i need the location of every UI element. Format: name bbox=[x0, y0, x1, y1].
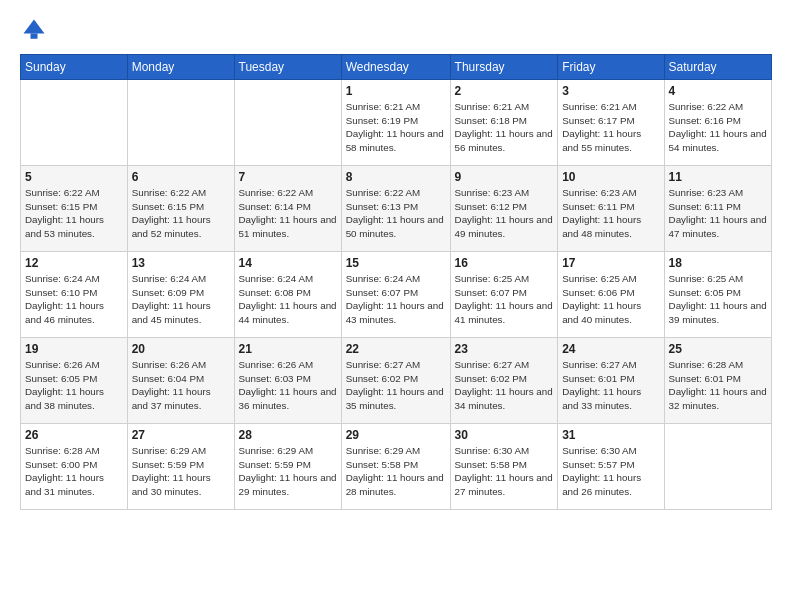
day-info: Sunrise: 6:27 AM Sunset: 6:01 PM Dayligh… bbox=[562, 358, 659, 413]
day-number: 1 bbox=[346, 84, 446, 98]
day-cell bbox=[664, 424, 771, 510]
day-header-monday: Monday bbox=[127, 55, 234, 80]
day-info: Sunrise: 6:25 AM Sunset: 6:06 PM Dayligh… bbox=[562, 272, 659, 327]
calendar: SundayMondayTuesdayWednesdayThursdayFrid… bbox=[20, 54, 772, 510]
day-number: 12 bbox=[25, 256, 123, 270]
day-header-thursday: Thursday bbox=[450, 55, 558, 80]
header bbox=[20, 16, 772, 44]
day-info: Sunrise: 6:24 AM Sunset: 6:10 PM Dayligh… bbox=[25, 272, 123, 327]
header-row: SundayMondayTuesdayWednesdayThursdayFrid… bbox=[21, 55, 772, 80]
day-cell: 6Sunrise: 6:22 AM Sunset: 6:15 PM Daylig… bbox=[127, 166, 234, 252]
day-number: 19 bbox=[25, 342, 123, 356]
day-number: 20 bbox=[132, 342, 230, 356]
logo-icon bbox=[20, 16, 48, 44]
day-cell: 27Sunrise: 6:29 AM Sunset: 5:59 PM Dayli… bbox=[127, 424, 234, 510]
day-info: Sunrise: 6:28 AM Sunset: 6:00 PM Dayligh… bbox=[25, 444, 123, 499]
day-number: 18 bbox=[669, 256, 767, 270]
day-cell: 17Sunrise: 6:25 AM Sunset: 6:06 PM Dayli… bbox=[558, 252, 664, 338]
day-info: Sunrise: 6:24 AM Sunset: 6:08 PM Dayligh… bbox=[239, 272, 337, 327]
day-cell: 11Sunrise: 6:23 AM Sunset: 6:11 PM Dayli… bbox=[664, 166, 771, 252]
day-cell: 5Sunrise: 6:22 AM Sunset: 6:15 PM Daylig… bbox=[21, 166, 128, 252]
day-cell: 2Sunrise: 6:21 AM Sunset: 6:18 PM Daylig… bbox=[450, 80, 558, 166]
calendar-header: SundayMondayTuesdayWednesdayThursdayFrid… bbox=[21, 55, 772, 80]
day-info: Sunrise: 6:30 AM Sunset: 5:57 PM Dayligh… bbox=[562, 444, 659, 499]
week-row-4: 26Sunrise: 6:28 AM Sunset: 6:00 PM Dayli… bbox=[21, 424, 772, 510]
day-cell: 19Sunrise: 6:26 AM Sunset: 6:05 PM Dayli… bbox=[21, 338, 128, 424]
day-number: 11 bbox=[669, 170, 767, 184]
day-info: Sunrise: 6:22 AM Sunset: 6:13 PM Dayligh… bbox=[346, 186, 446, 241]
day-number: 17 bbox=[562, 256, 659, 270]
day-info: Sunrise: 6:30 AM Sunset: 5:58 PM Dayligh… bbox=[455, 444, 554, 499]
day-cell: 12Sunrise: 6:24 AM Sunset: 6:10 PM Dayli… bbox=[21, 252, 128, 338]
day-cell: 15Sunrise: 6:24 AM Sunset: 6:07 PM Dayli… bbox=[341, 252, 450, 338]
day-cell: 29Sunrise: 6:29 AM Sunset: 5:58 PM Dayli… bbox=[341, 424, 450, 510]
day-number: 23 bbox=[455, 342, 554, 356]
day-number: 14 bbox=[239, 256, 337, 270]
day-info: Sunrise: 6:25 AM Sunset: 6:05 PM Dayligh… bbox=[669, 272, 767, 327]
day-number: 25 bbox=[669, 342, 767, 356]
day-cell: 26Sunrise: 6:28 AM Sunset: 6:00 PM Dayli… bbox=[21, 424, 128, 510]
day-info: Sunrise: 6:26 AM Sunset: 6:05 PM Dayligh… bbox=[25, 358, 123, 413]
day-cell: 13Sunrise: 6:24 AM Sunset: 6:09 PM Dayli… bbox=[127, 252, 234, 338]
day-cell: 21Sunrise: 6:26 AM Sunset: 6:03 PM Dayli… bbox=[234, 338, 341, 424]
day-number: 6 bbox=[132, 170, 230, 184]
day-header-wednesday: Wednesday bbox=[341, 55, 450, 80]
svg-rect-1 bbox=[31, 34, 38, 39]
day-number: 3 bbox=[562, 84, 659, 98]
day-cell: 7Sunrise: 6:22 AM Sunset: 6:14 PM Daylig… bbox=[234, 166, 341, 252]
day-cell: 9Sunrise: 6:23 AM Sunset: 6:12 PM Daylig… bbox=[450, 166, 558, 252]
week-row-0: 1Sunrise: 6:21 AM Sunset: 6:19 PM Daylig… bbox=[21, 80, 772, 166]
day-info: Sunrise: 6:26 AM Sunset: 6:04 PM Dayligh… bbox=[132, 358, 230, 413]
day-cell: 30Sunrise: 6:30 AM Sunset: 5:58 PM Dayli… bbox=[450, 424, 558, 510]
day-number: 27 bbox=[132, 428, 230, 442]
day-info: Sunrise: 6:29 AM Sunset: 5:58 PM Dayligh… bbox=[346, 444, 446, 499]
day-number: 21 bbox=[239, 342, 337, 356]
day-cell bbox=[21, 80, 128, 166]
day-number: 28 bbox=[239, 428, 337, 442]
svg-marker-0 bbox=[24, 20, 45, 34]
page: SundayMondayTuesdayWednesdayThursdayFrid… bbox=[0, 0, 792, 612]
day-header-tuesday: Tuesday bbox=[234, 55, 341, 80]
day-header-sunday: Sunday bbox=[21, 55, 128, 80]
day-number: 13 bbox=[132, 256, 230, 270]
day-cell: 20Sunrise: 6:26 AM Sunset: 6:04 PM Dayli… bbox=[127, 338, 234, 424]
day-info: Sunrise: 6:22 AM Sunset: 6:16 PM Dayligh… bbox=[669, 100, 767, 155]
day-number: 10 bbox=[562, 170, 659, 184]
day-number: 8 bbox=[346, 170, 446, 184]
day-cell bbox=[127, 80, 234, 166]
week-row-2: 12Sunrise: 6:24 AM Sunset: 6:10 PM Dayli… bbox=[21, 252, 772, 338]
week-row-1: 5Sunrise: 6:22 AM Sunset: 6:15 PM Daylig… bbox=[21, 166, 772, 252]
day-number: 29 bbox=[346, 428, 446, 442]
day-cell: 28Sunrise: 6:29 AM Sunset: 5:59 PM Dayli… bbox=[234, 424, 341, 510]
day-info: Sunrise: 6:21 AM Sunset: 6:17 PM Dayligh… bbox=[562, 100, 659, 155]
day-cell: 23Sunrise: 6:27 AM Sunset: 6:02 PM Dayli… bbox=[450, 338, 558, 424]
day-cell: 10Sunrise: 6:23 AM Sunset: 6:11 PM Dayli… bbox=[558, 166, 664, 252]
day-cell: 24Sunrise: 6:27 AM Sunset: 6:01 PM Dayli… bbox=[558, 338, 664, 424]
day-number: 31 bbox=[562, 428, 659, 442]
day-info: Sunrise: 6:27 AM Sunset: 6:02 PM Dayligh… bbox=[346, 358, 446, 413]
day-cell: 14Sunrise: 6:24 AM Sunset: 6:08 PM Dayli… bbox=[234, 252, 341, 338]
day-number: 24 bbox=[562, 342, 659, 356]
day-info: Sunrise: 6:21 AM Sunset: 6:18 PM Dayligh… bbox=[455, 100, 554, 155]
day-info: Sunrise: 6:29 AM Sunset: 5:59 PM Dayligh… bbox=[132, 444, 230, 499]
day-cell: 16Sunrise: 6:25 AM Sunset: 6:07 PM Dayli… bbox=[450, 252, 558, 338]
day-info: Sunrise: 6:25 AM Sunset: 6:07 PM Dayligh… bbox=[455, 272, 554, 327]
week-row-3: 19Sunrise: 6:26 AM Sunset: 6:05 PM Dayli… bbox=[21, 338, 772, 424]
day-cell: 3Sunrise: 6:21 AM Sunset: 6:17 PM Daylig… bbox=[558, 80, 664, 166]
day-info: Sunrise: 6:27 AM Sunset: 6:02 PM Dayligh… bbox=[455, 358, 554, 413]
day-info: Sunrise: 6:23 AM Sunset: 6:11 PM Dayligh… bbox=[562, 186, 659, 241]
day-number: 4 bbox=[669, 84, 767, 98]
day-number: 5 bbox=[25, 170, 123, 184]
day-cell: 31Sunrise: 6:30 AM Sunset: 5:57 PM Dayli… bbox=[558, 424, 664, 510]
day-number: 7 bbox=[239, 170, 337, 184]
day-info: Sunrise: 6:29 AM Sunset: 5:59 PM Dayligh… bbox=[239, 444, 337, 499]
calendar-body: 1Sunrise: 6:21 AM Sunset: 6:19 PM Daylig… bbox=[21, 80, 772, 510]
day-cell: 22Sunrise: 6:27 AM Sunset: 6:02 PM Dayli… bbox=[341, 338, 450, 424]
day-header-saturday: Saturday bbox=[664, 55, 771, 80]
day-info: Sunrise: 6:23 AM Sunset: 6:12 PM Dayligh… bbox=[455, 186, 554, 241]
day-info: Sunrise: 6:24 AM Sunset: 6:09 PM Dayligh… bbox=[132, 272, 230, 327]
day-cell: 18Sunrise: 6:25 AM Sunset: 6:05 PM Dayli… bbox=[664, 252, 771, 338]
day-number: 30 bbox=[455, 428, 554, 442]
day-info: Sunrise: 6:26 AM Sunset: 6:03 PM Dayligh… bbox=[239, 358, 337, 413]
day-header-friday: Friday bbox=[558, 55, 664, 80]
